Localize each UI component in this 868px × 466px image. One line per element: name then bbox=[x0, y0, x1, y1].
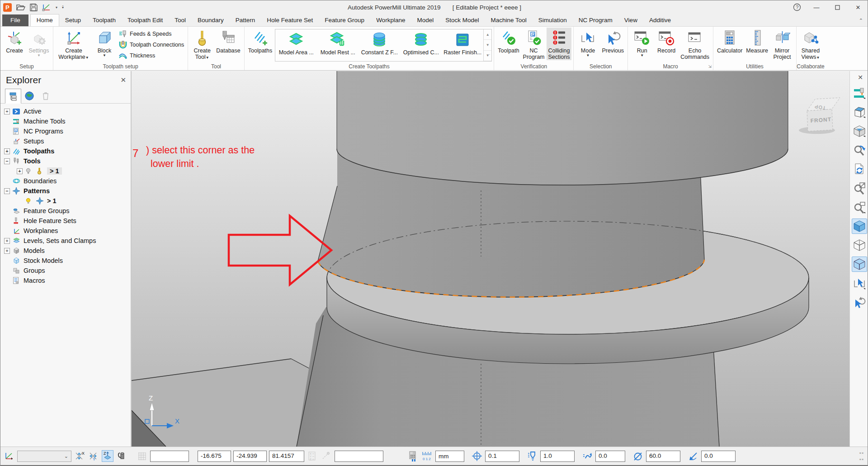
tree-expand-icon[interactable]: + bbox=[17, 168, 23, 174]
tree-item-boundaries[interactable]: Boundaries bbox=[0, 176, 131, 186]
strategy-constant-z-f[interactable]: Constant Z F... bbox=[359, 29, 400, 61]
tree-expand-icon[interactable]: − bbox=[4, 188, 10, 194]
verify-nc-program-button[interactable]: G NC Program bbox=[521, 28, 547, 60]
thickness-field[interactable]: 1.0 bbox=[540, 451, 575, 462]
settings-button[interactable]: Settings ▼ bbox=[27, 28, 51, 57]
create-tool-button[interactable]: Create Tool▼ bbox=[190, 28, 214, 60]
stepover-icon[interactable] bbox=[581, 450, 593, 462]
align-view-y-icon[interactable]: Y bbox=[88, 450, 99, 462]
grid-size-field[interactable] bbox=[150, 451, 189, 462]
tree-item-toolpaths[interactable]: +Toolpaths bbox=[0, 146, 131, 156]
block-view-icon[interactable] bbox=[852, 105, 867, 120]
diameter-field[interactable]: 60.0 bbox=[646, 451, 680, 462]
tree-item-groups[interactable]: Groups bbox=[0, 266, 131, 276]
tab-hole-feature-set[interactable]: Hole Feature Set bbox=[261, 14, 319, 26]
machine-tool-icon[interactable] bbox=[852, 86, 867, 101]
strategies-scroll[interactable]: ▲ ▼ ▼̄ bbox=[483, 29, 491, 61]
viewport-3d[interactable]: 7 ) select this corner as the lower limi… bbox=[132, 71, 849, 447]
tree-item-1[interactable]: +> 1 bbox=[0, 166, 131, 176]
tree-item-machine-tools[interactable]: Machine Tools bbox=[0, 116, 131, 126]
tree-item-stock-models[interactable]: Stock Models bbox=[0, 256, 131, 266]
tree-item-workplanes[interactable]: Workplanes bbox=[0, 226, 131, 236]
ruler-units-icon[interactable]: 0 1 2 bbox=[421, 450, 433, 462]
tree-item-nc-programs[interactable]: GNC Programs bbox=[0, 126, 131, 136]
maximize-button[interactable] bbox=[827, 0, 848, 14]
help-icon[interactable]: ? bbox=[788, 0, 806, 14]
qat-customize-icon[interactable]: ▾̄ bbox=[62, 5, 64, 10]
macro-echo-button[interactable]: Echo Commands bbox=[679, 28, 711, 60]
tree-item-hole-feature-sets[interactable]: Hole Feature Sets bbox=[0, 216, 131, 226]
refresh-view-icon[interactable] bbox=[852, 162, 867, 177]
tab-feature-group[interactable]: Feature Group bbox=[319, 14, 370, 26]
strategy-model-area[interactable]: Model Area ... bbox=[275, 29, 317, 61]
calculator-button[interactable]: Calculator bbox=[715, 28, 744, 54]
iso-view-icon[interactable] bbox=[852, 124, 867, 139]
mirror-project-button[interactable]: Mirror Project bbox=[770, 28, 794, 60]
create-button[interactable]: Create bbox=[2, 28, 27, 54]
macro-dialog-launcher-icon[interactable]: ⇲ bbox=[708, 64, 712, 69]
tree-expand-icon[interactable]: + bbox=[4, 148, 10, 154]
cursor-x-field[interactable]: -16.675 bbox=[198, 451, 231, 462]
tree-expand-icon[interactable]: − bbox=[4, 158, 10, 164]
strategies-scroll-up-icon[interactable]: ▲ bbox=[484, 29, 491, 40]
tab-boundary[interactable]: Boundary bbox=[192, 14, 230, 26]
thickness-button[interactable]: Thickness bbox=[118, 50, 184, 61]
qat-dropdown-icon[interactable]: ▾ bbox=[56, 5, 57, 10]
zoom-rotate-icon[interactable] bbox=[852, 143, 867, 158]
toolpath-connections-button[interactable]: Toolpath Connections bbox=[118, 39, 184, 50]
tab-simulation[interactable]: Simulation bbox=[533, 14, 573, 26]
tab-machine-tool[interactable]: Machine Tool bbox=[485, 14, 533, 26]
diameter-icon[interactable] bbox=[632, 450, 644, 462]
select-box-icon[interactable] bbox=[852, 276, 867, 291]
tab-workplane[interactable]: Workplane bbox=[370, 14, 411, 26]
verify-toolpath-button[interactable]: Toolpath bbox=[496, 28, 521, 54]
cursor-z-field[interactable]: 81.4157 bbox=[269, 451, 304, 462]
close-button[interactable]: ✕ bbox=[848, 0, 868, 14]
create-workplane-button[interactable]: Create Workplane▼ bbox=[55, 28, 92, 60]
macro-record-button[interactable]: Record bbox=[654, 28, 679, 54]
status-workplane-icon[interactable] bbox=[3, 450, 15, 462]
position-field[interactable] bbox=[335, 451, 383, 462]
strategies-scroll-down-icon[interactable]: ▼ bbox=[484, 40, 491, 50]
tree-item-1[interactable]: > 1 bbox=[0, 196, 131, 206]
counter-icon[interactable] bbox=[407, 450, 419, 462]
colliding-sections-button[interactable]: !!! Colliding Sections bbox=[547, 28, 572, 60]
tab-toolpath-edit[interactable]: Toolpath Edit bbox=[122, 14, 169, 26]
selection-previous-button[interactable]: Previous bbox=[600, 28, 626, 54]
minimize-button[interactable]: — bbox=[806, 0, 827, 14]
block-button[interactable]: Block ▼ bbox=[92, 28, 117, 57]
shaded-view-icon[interactable] bbox=[852, 219, 867, 234]
wireframe-view-icon[interactable] bbox=[852, 238, 867, 253]
model-top-cylinder[interactable] bbox=[337, 71, 788, 185]
tree-item-tools[interactable]: −Tools bbox=[0, 156, 131, 166]
strategy-raster-finish[interactable]: Raster Finish... bbox=[442, 29, 483, 61]
save-project-button[interactable] bbox=[30, 4, 38, 11]
tree-item-patterns[interactable]: −Patterns bbox=[0, 186, 131, 196]
tab-view[interactable]: View bbox=[618, 14, 643, 26]
cursor-y-field[interactable]: -24.939 bbox=[233, 451, 267, 462]
measure-button[interactable]: Measure bbox=[744, 28, 770, 54]
thickness-tool-icon[interactable] bbox=[526, 450, 538, 462]
tree-expand-icon[interactable]: + bbox=[4, 238, 10, 244]
grid-icon[interactable] bbox=[136, 450, 148, 462]
explorer-web-tab[interactable] bbox=[21, 88, 38, 103]
view-toolbar-close-icon[interactable]: ✕ bbox=[858, 71, 868, 82]
stepover-field[interactable]: 0.0 bbox=[595, 451, 625, 462]
ribbon-collapse-icon[interactable]: ⌃ bbox=[859, 18, 863, 26]
explorer-delete-icon[interactable] bbox=[38, 88, 54, 103]
strategy-optimised-c[interactable]: Optimised C... bbox=[400, 29, 442, 61]
tab-file[interactable]: File bbox=[2, 14, 28, 26]
tree-item-setups[interactable]: Setups bbox=[0, 136, 131, 146]
strategies-expand-icon[interactable]: ▼̄ bbox=[484, 51, 491, 61]
zoom-extents-icon[interactable] bbox=[852, 181, 867, 196]
tab-home[interactable]: Home bbox=[30, 14, 59, 26]
align-view-z-icon[interactable]: Z bbox=[102, 450, 113, 462]
tree-expand-icon[interactable]: + bbox=[4, 109, 10, 114]
selection-mode-button[interactable]: Mode ▼ bbox=[576, 28, 600, 57]
tree-expand-icon[interactable]: + bbox=[4, 248, 10, 254]
angle-field[interactable]: 0.0 bbox=[701, 451, 736, 462]
clamp-icon[interactable] bbox=[116, 450, 127, 462]
resize-grip[interactable]: ▪▪▪▪ bbox=[859, 450, 866, 462]
tree-item-levels-sets-and-clamps[interactable]: +Levels, Sets and Clamps bbox=[0, 236, 131, 246]
feeds-speeds-button[interactable]: Feeds & Speeds bbox=[118, 29, 184, 39]
